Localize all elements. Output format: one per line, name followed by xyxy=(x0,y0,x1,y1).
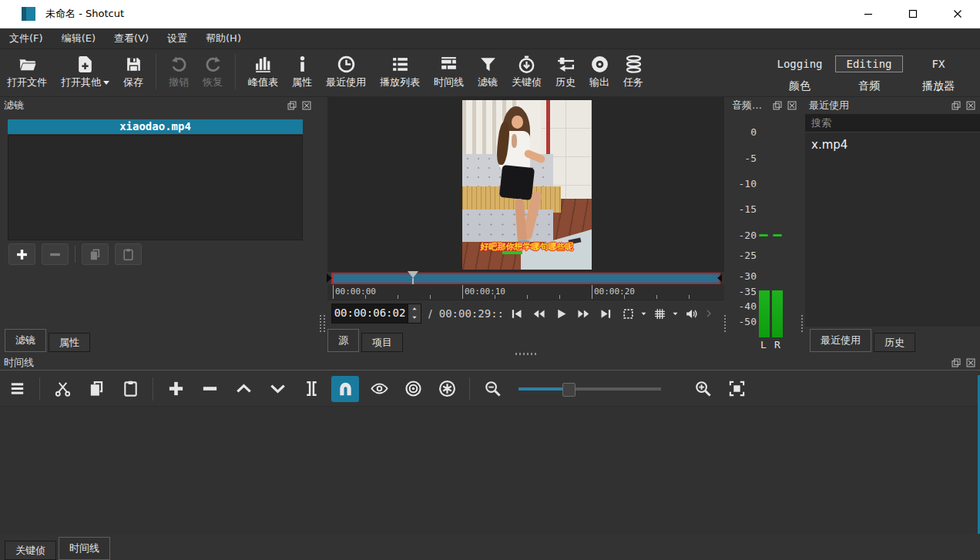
layout-logging-button[interactable]: Logging xyxy=(766,55,834,72)
play-button[interactable] xyxy=(553,306,569,322)
paste-button[interactable] xyxy=(116,376,144,402)
maximize-icon[interactable] xyxy=(891,0,935,28)
layout-player-button[interactable]: 播放器 xyxy=(904,77,972,96)
player-tab-1[interactable]: 项目 xyxy=(361,333,403,352)
scrub-while-dragging-button[interactable] xyxy=(365,376,393,402)
trim-in-handle[interactable] xyxy=(327,273,332,283)
volume-button[interactable] xyxy=(683,306,700,322)
toolbar-history-button[interactable]: 历史 xyxy=(549,49,582,92)
toolbar-peak-meter-button[interactable]: 峰值表 xyxy=(241,49,285,92)
recent-panel-title: 最近使用 xyxy=(809,99,849,112)
skip-to-start-button[interactable] xyxy=(508,306,525,322)
splitter-handle[interactable] xyxy=(320,315,325,332)
lift-button[interactable] xyxy=(230,376,257,402)
trim-out-handle[interactable] xyxy=(717,274,722,282)
scissors-icon xyxy=(54,380,72,397)
close-icon[interactable] xyxy=(301,100,312,111)
recent-tab-1[interactable]: 历史 xyxy=(874,333,915,352)
close-icon[interactable] xyxy=(965,100,976,111)
close-icon[interactable] xyxy=(965,357,976,368)
toolbar-filters-button[interactable]: 滤镜 xyxy=(471,49,505,92)
add-filter-button[interactable] xyxy=(8,243,35,265)
toolbar-properties-button[interactable]: 属性 xyxy=(285,49,319,92)
overwrite-button[interactable] xyxy=(263,376,291,402)
toolbar-playlist-button[interactable]: 播放列表 xyxy=(373,49,427,92)
timeline-zoom-slider[interactable] xyxy=(519,376,661,402)
toolbar-properties-label: 属性 xyxy=(292,75,312,89)
menu-item-0[interactable]: 文件(F) xyxy=(0,29,52,49)
zoom-timeline-out-button[interactable] xyxy=(478,376,506,402)
float-icon[interactable] xyxy=(287,100,297,111)
toolbar-timeline-button[interactable]: 时间线 xyxy=(427,49,471,92)
remove-filter-button[interactable] xyxy=(42,243,69,265)
copy-button[interactable] xyxy=(82,376,110,402)
skip-to-end-button[interactable] xyxy=(598,306,614,322)
toolbar-open-other-button[interactable]: 打开其他 xyxy=(54,49,116,92)
snap-button[interactable] xyxy=(331,376,359,402)
menu-item-2[interactable]: 查看(V) xyxy=(105,29,158,49)
grid-display-caret-button[interactable] xyxy=(672,306,680,322)
close-window-icon[interactable] xyxy=(935,0,980,28)
float-icon[interactable] xyxy=(772,100,783,111)
grid-display-button[interactable] xyxy=(652,306,668,322)
db-label--10: -10 xyxy=(728,178,757,189)
toolbar-jobs-button[interactable]: 任务 xyxy=(616,49,650,92)
spin-down-button[interactable] xyxy=(408,313,421,321)
toolbar-jobs-label: 任务 xyxy=(623,75,643,89)
filter-list[interactable] xyxy=(8,135,303,240)
player-scrub-bar[interactable] xyxy=(331,273,720,284)
close-icon[interactable] xyxy=(787,100,797,111)
spin-up-icon xyxy=(411,306,418,312)
timeline-tracks-area[interactable] xyxy=(0,406,980,534)
timeline-tab-1[interactable]: 时间线 xyxy=(59,537,110,560)
timeline-tab-0[interactable]: 关键侦 xyxy=(5,541,56,560)
toolbar-save-button[interactable]: 保存 xyxy=(116,49,150,92)
timeline-menu-button[interactable] xyxy=(3,376,31,402)
cut-button[interactable] xyxy=(49,376,76,402)
toolbar-recent-button[interactable]: 最近使用 xyxy=(319,49,373,92)
rewind-icon xyxy=(532,307,545,320)
copy-filters-button[interactable] xyxy=(82,243,109,265)
float-icon[interactable] xyxy=(951,100,962,111)
toolbar-keyframes-button[interactable]: 关键侦 xyxy=(505,49,549,92)
spin-up-button[interactable] xyxy=(408,304,421,313)
append-button[interactable] xyxy=(162,376,190,402)
filters-tab-0[interactable]: 滤镜 xyxy=(5,329,46,352)
layout-fx-button[interactable]: FX xyxy=(904,55,972,72)
zoom-timeline-in-button[interactable] xyxy=(689,376,717,402)
player-zoom-button[interactable] xyxy=(620,306,636,322)
zoom-timeline-fit-button[interactable] xyxy=(723,376,750,402)
redo-icon xyxy=(203,55,223,74)
layout-audio-button[interactable]: 音频 xyxy=(835,77,903,96)
recent-file-item[interactable]: x.mp4 xyxy=(805,132,980,155)
menu-item-4[interactable]: 帮助(H) xyxy=(196,29,250,49)
split-button[interactable] xyxy=(297,376,325,402)
ripple-button[interactable] xyxy=(399,376,427,402)
db-label--30: -30 xyxy=(728,270,757,282)
timecode-spinner[interactable]: 00:00:06:02 xyxy=(331,303,421,324)
splitter-handle-horizontal[interactable] xyxy=(515,353,537,355)
float-icon[interactable] xyxy=(951,357,962,368)
player-tab-0[interactable]: 源 xyxy=(327,329,359,352)
toolbar-overflow-icon[interactable] xyxy=(704,306,715,322)
layout-color-button[interactable]: 颜色 xyxy=(766,77,834,96)
minimize-icon[interactable] xyxy=(846,0,891,28)
toolbar-output-button[interactable]: 输出 xyxy=(582,49,616,92)
filters-tab-1[interactable]: 属性 xyxy=(49,333,90,352)
toolbar-open-file-button[interactable]: 打开文件 xyxy=(0,49,54,92)
recent-file-list[interactable]: x.mp4 xyxy=(805,132,980,327)
menu-item-3[interactable]: 设置 xyxy=(158,29,196,49)
recent-tab-0[interactable]: 最近使用 xyxy=(810,329,871,352)
ripple-delete-button[interactable] xyxy=(196,376,223,402)
fast-forward-button[interactable] xyxy=(576,306,592,322)
rewind-button[interactable] xyxy=(531,306,547,322)
layout-editing-button[interactable]: Editing xyxy=(835,55,903,72)
slider-thumb[interactable] xyxy=(562,383,576,397)
player-zoom-caret-button[interactable] xyxy=(640,306,648,322)
ripple-all-tracks-button[interactable] xyxy=(433,376,461,402)
current-clip-name: xiaodao.mp4 xyxy=(8,119,303,134)
paste-filters-button[interactable] xyxy=(115,243,142,265)
menu-item-1[interactable]: 编辑(E) xyxy=(52,29,105,49)
search-input[interactable]: 搜索 xyxy=(805,114,980,132)
player-time-ruler[interactable]: 00:00:0000:00:1000:00:20 xyxy=(327,284,724,300)
